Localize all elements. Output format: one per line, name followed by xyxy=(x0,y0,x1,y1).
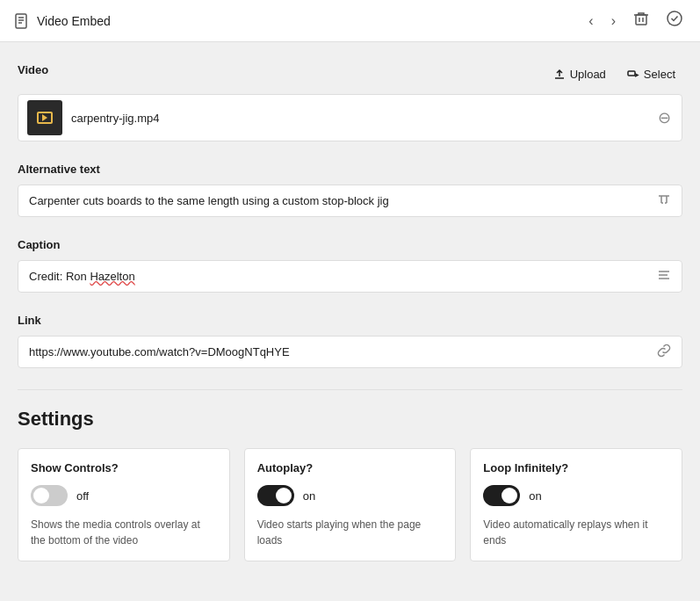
autoplay-desc: Video starts playing when the page loads xyxy=(257,517,444,548)
show-controls-card: Show Controls? off Shows the media contr… xyxy=(18,448,230,561)
autoplay-label: Autoplay? xyxy=(257,461,444,474)
alt-text-input[interactable] xyxy=(29,194,650,207)
alt-text-input-row xyxy=(18,185,682,217)
loop-desc: Video automatically replays when it ends xyxy=(483,517,669,548)
upload-icon xyxy=(553,69,566,81)
loop-card: Loop Infinitely? on Video automatically … xyxy=(470,448,682,561)
remove-video-button[interactable]: ⊖ xyxy=(656,108,673,127)
divider xyxy=(18,389,682,390)
video-play-icon xyxy=(37,112,53,124)
video-filename: carpentry-jig.mp4 xyxy=(71,112,159,125)
show-controls-value: off xyxy=(76,489,89,503)
title-bar-left: Video Embed xyxy=(14,13,111,29)
link-input[interactable] xyxy=(29,345,650,358)
caption-section: Caption Credit: Ron Hazelton xyxy=(18,238,682,293)
main-content: Video Upload Select xyxy=(0,42,700,601)
settings-grid: Show Controls? off Shows the media contr… xyxy=(18,448,682,561)
settings-section: Settings Show Controls? off Shows the me… xyxy=(18,408,682,561)
svg-rect-3 xyxy=(628,71,635,76)
video-thumbnail xyxy=(27,100,62,135)
link-input-row xyxy=(18,336,682,368)
video-file-row: carpentry-jig.mp4 ⊖ xyxy=(18,94,682,141)
loop-toggle-row: on xyxy=(483,485,669,506)
align-icon xyxy=(657,268,671,285)
caption-value: Credit: Ron Hazelton xyxy=(29,270,135,283)
caption-input-row: Credit: Ron Hazelton xyxy=(18,260,682,293)
svg-rect-1 xyxy=(636,15,646,25)
show-controls-toggle-row: off xyxy=(31,485,217,506)
show-controls-desc: Shows the media controls overlay at the … xyxy=(31,517,217,548)
link-icon xyxy=(657,344,671,360)
select-button[interactable]: Select xyxy=(620,64,682,84)
video-actions: Upload Select xyxy=(546,64,682,84)
delete-button[interactable] xyxy=(630,7,653,34)
text-format-icon xyxy=(657,192,671,209)
show-controls-thumb xyxy=(33,488,49,503)
autoplay-toggle-row: on xyxy=(257,485,444,506)
link-label: Link xyxy=(18,314,682,327)
title-text: Video Embed xyxy=(37,14,111,28)
loop-label: Loop Infinitely? xyxy=(483,461,669,474)
svg-point-2 xyxy=(668,11,682,25)
autoplay-card: Autoplay? on Video starts playing when t… xyxy=(244,448,457,561)
next-button[interactable]: › xyxy=(608,11,619,32)
prev-button[interactable]: ‹ xyxy=(585,11,596,32)
show-controls-label: Show Controls? xyxy=(31,461,217,474)
link-section: Link xyxy=(18,314,682,368)
autoplay-thumb xyxy=(276,488,292,503)
video-section: Video Upload Select xyxy=(18,63,682,141)
loop-toggle[interactable] xyxy=(483,485,520,506)
title-bar-right: ‹ › xyxy=(585,7,686,34)
autoplay-toggle[interactable] xyxy=(257,485,294,506)
video-header: Video Upload Select xyxy=(18,63,682,85)
caption-label: Caption xyxy=(18,238,682,251)
document-icon xyxy=(14,13,30,29)
caption-underline: Hazelton xyxy=(90,270,134,283)
show-controls-toggle[interactable] xyxy=(31,485,68,506)
svg-rect-0 xyxy=(16,14,26,28)
select-icon xyxy=(627,69,639,81)
check-button[interactable] xyxy=(663,7,686,34)
title-bar: Video Embed ‹ › xyxy=(0,0,700,42)
alt-text-section: Alternative text xyxy=(18,163,682,217)
video-row-left: carpentry-jig.mp4 xyxy=(27,100,159,135)
loop-value: on xyxy=(529,489,541,503)
alt-text-label: Alternative text xyxy=(18,163,682,176)
upload-button[interactable]: Upload xyxy=(546,64,613,84)
video-section-label: Video xyxy=(18,63,48,76)
settings-title: Settings xyxy=(18,408,682,431)
autoplay-value: on xyxy=(303,489,315,503)
